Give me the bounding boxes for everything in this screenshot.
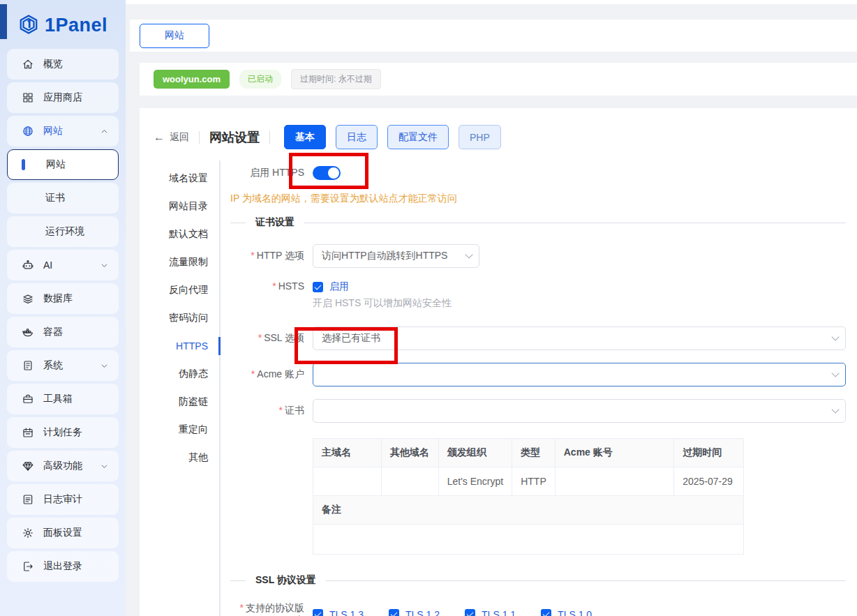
back-button[interactable]: ← 返回: [154, 131, 189, 144]
tab-php[interactable]: PHP: [459, 125, 501, 149]
subnav-item-domain[interactable]: 域名设置: [154, 165, 219, 193]
subnav-item-default-doc[interactable]: 默认文档: [154, 220, 219, 248]
brand-logo[interactable]: 1Panel: [0, 0, 126, 46]
ssl-protocol-title: SSL 协议设置: [246, 574, 326, 587]
tab-config-file[interactable]: 配置文件: [387, 125, 449, 149]
tab-basic[interactable]: 基本: [284, 125, 326, 149]
hsts-checkbox[interactable]: [313, 282, 323, 292]
site-header-bar: woolyun.com 已启动 过期时间: 永不过期: [140, 63, 857, 96]
required-asterisk: *: [251, 368, 255, 380]
ssl-protocol-divider: SSL 协议设置: [230, 574, 846, 587]
spacer: [126, 96, 857, 108]
calendar-icon: [21, 426, 35, 440]
caret-down-icon: [831, 333, 839, 340]
acme-account-select[interactable]: [313, 363, 846, 386]
main-area: 网站 woolyun.com 已启动 过期时间: 永不过期 ← 返回 网站设置 …: [126, 0, 857, 616]
col-primary-domain: 主域名: [313, 439, 382, 467]
cell-primary-domain: [313, 467, 382, 496]
hsts-label: *HSTS: [230, 280, 304, 293]
subnav-item-reverse-proxy[interactable]: 反向代理: [154, 276, 219, 304]
protocol-tls13: TLS 1.3: [313, 609, 364, 616]
sidebar-item-label: 概览: [43, 58, 63, 70]
sidebar-item-logout[interactable]: 退出登录: [7, 551, 119, 582]
required-asterisk: *: [251, 250, 254, 261]
sidebar-item-label: 应用商店: [43, 91, 82, 104]
sidebar-item-overview[interactable]: 概览: [7, 49, 119, 80]
logout-icon: [21, 559, 35, 573]
sidebar-item-label: 系统: [43, 359, 63, 372]
certificate-table: 主域名 其他域名 颁发组织 类型 Acme 账号 过期时间: [313, 438, 744, 555]
doc-list-icon: [21, 493, 35, 506]
http-option-label: *HTTP 选项: [230, 250, 304, 262]
sidebar-item-runtime[interactable]: 运行环境: [7, 216, 119, 247]
tls12-label[interactable]: TLS 1.2: [405, 609, 440, 616]
subnav-item-site-dir[interactable]: 网站目录: [154, 193, 219, 220]
required-asterisk: *: [272, 280, 276, 292]
sidebar-item-website[interactable]: 网站: [7, 149, 119, 180]
briefcase-icon: [21, 392, 35, 406]
gear-icon: [21, 526, 35, 540]
sidebar-nav: 概览 应用商店 网站 网站 证书 运行环境 A: [0, 49, 126, 582]
robot-icon: [21, 258, 35, 272]
sidebar-item-panel-settings[interactable]: 面板设置: [7, 518, 119, 548]
tls12-checkbox[interactable]: [389, 609, 399, 616]
gem-icon: [21, 459, 35, 473]
sidebar-item-toolbox[interactable]: 工具箱: [7, 384, 119, 414]
tls13-label[interactable]: TLS 1.3: [329, 609, 364, 616]
cell-issuer: Let's Encrypt: [438, 467, 512, 496]
required-asterisk: *: [240, 602, 244, 613]
sidebar-item-container[interactable]: 容器: [7, 317, 119, 347]
cert-select[interactable]: [313, 399, 846, 423]
sidebar-item-ai[interactable]: AI: [7, 250, 119, 280]
http-option-select[interactable]: 访问HTTP自动跳转到HTTPS: [313, 244, 479, 268]
divider: [269, 131, 270, 144]
tls11-checkbox[interactable]: [465, 609, 475, 616]
protocol-versions-label: *支持的协议版本: [230, 602, 304, 616]
subnav-item-redirect[interactable]: 重定向: [154, 416, 219, 444]
hsts-checkbox-label[interactable]: 启用: [329, 280, 349, 293]
tls13-checkbox[interactable]: [313, 609, 323, 616]
tls10-label[interactable]: TLS 1.0: [558, 609, 592, 616]
sidebar-item-cron[interactable]: 计划任务: [7, 417, 119, 448]
settings-card: ← 返回 网站设置 基本 日志 配置文件 PHP 域名设置 网站目录 默认文档: [140, 108, 857, 616]
tls11-label[interactable]: TLS 1.1: [482, 609, 516, 616]
subnav-item-password-access[interactable]: 密码访问: [154, 304, 219, 332]
ssl-option-value: 选择已有证书: [322, 332, 380, 345]
tab-log[interactable]: 日志: [336, 125, 378, 149]
https-toggle-label: 启用 HTTPS: [230, 167, 304, 179]
sidebar-item-label: 退出登录: [43, 560, 82, 573]
col-issuer: 颁发组织: [438, 439, 512, 467]
divider: [199, 131, 200, 144]
page-title: 网站设置: [209, 129, 260, 146]
chevron-up-icon: [100, 127, 109, 136]
sidebar-item-system[interactable]: 系统: [7, 350, 119, 381]
layers-icon: [21, 292, 35, 306]
tab-website[interactable]: 网站: [140, 24, 209, 48]
sidebar-item-database[interactable]: 数据库: [7, 283, 119, 314]
sidebar-item-certificate[interactable]: 证书: [7, 183, 119, 213]
sidebar-item-label: 计划任务: [43, 426, 82, 439]
subnav-item-hotlink[interactable]: 防盗链: [154, 388, 219, 416]
sidebar-item-logs[interactable]: 日志审计: [7, 484, 119, 515]
settings-body: 域名设置 网站目录 默认文档 流量限制 反向代理 密码访问 HTTPS 伪静态 …: [154, 160, 846, 616]
domain-badge[interactable]: woolyun.com: [154, 70, 230, 89]
cell-acme-account: [555, 467, 673, 496]
chevron-down-icon: [100, 261, 109, 270]
ssl-option-select[interactable]: 选择已有证书: [313, 326, 846, 350]
chevron-down-icon: [100, 361, 109, 370]
subnav-item-rewrite[interactable]: 伪静态: [154, 360, 219, 388]
sidebar-item-appstore[interactable]: 应用商店: [7, 82, 119, 113]
acme-account-label: *Acme 账户: [230, 368, 304, 381]
sidebar-item-label: AI: [43, 260, 52, 271]
sidebar: 1Panel 概览 应用商店 网站 网站 证书: [0, 0, 126, 616]
sidebar-item-advanced[interactable]: 高级功能: [7, 451, 119, 481]
https-toggle[interactable]: [313, 166, 341, 180]
subnav-item-traffic-limit[interactable]: 流量限制: [154, 248, 219, 276]
subnav-item-https[interactable]: HTTPS: [154, 332, 219, 360]
tls10-checkbox[interactable]: [541, 609, 551, 616]
note-value: [313, 525, 744, 555]
subnav-item-other[interactable]: 其他: [154, 444, 219, 472]
sidebar-item-label: 容器: [43, 326, 63, 338]
brand-name: 1Panel: [45, 15, 107, 36]
sidebar-item-website-group[interactable]: 网站: [7, 116, 119, 147]
